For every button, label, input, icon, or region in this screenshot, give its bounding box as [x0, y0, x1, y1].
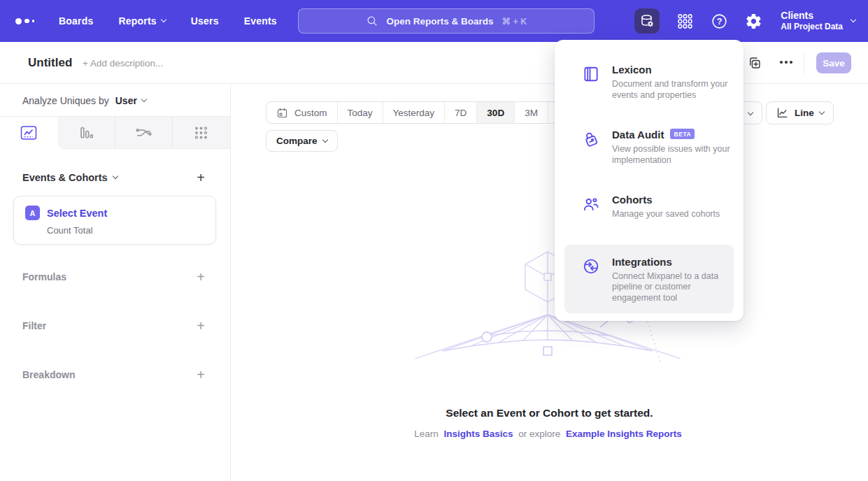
svg-text:?: ?	[717, 16, 723, 26]
menu-item-title: Integrations	[612, 256, 732, 268]
breakdown-label: Breakdown	[22, 369, 75, 380]
events-cohorts-header: Events & Cohorts +	[0, 171, 230, 185]
help-button[interactable]: ?	[711, 13, 728, 30]
apps-grid-button[interactable]	[676, 13, 694, 30]
report-description-placeholder[interactable]: + Add description...	[83, 58, 163, 69]
duplicate-button[interactable]	[747, 55, 762, 73]
events-cohorts-toggle[interactable]: Events & Cohorts	[22, 172, 118, 183]
duplicate-icon	[747, 55, 762, 70]
flow-tab-icon	[135, 124, 152, 141]
add-formula-button[interactable]: +	[197, 270, 205, 284]
menu-item-desc: Document and transform your events and p…	[612, 79, 732, 101]
range-custom[interactable]: Custom	[266, 102, 337, 123]
chevron-down-icon	[851, 17, 856, 22]
project-selector[interactable]: Clients All Project Data	[781, 10, 855, 32]
chevron-down-icon	[322, 136, 327, 142]
chevron-down-icon	[141, 96, 147, 101]
calendar-icon	[276, 107, 288, 119]
menu-item-data-audit[interactable]: Data Audit BETA View possible issues wit…	[555, 129, 744, 166]
chevron-down-icon	[819, 108, 825, 114]
mixpanel-logo-icon[interactable]	[15, 18, 43, 24]
event-card[interactable]: A Select Event Count Total	[13, 196, 216, 245]
save-button[interactable]: Save	[816, 52, 851, 73]
menu-item-desc: View possible issues with your implement…	[612, 144, 732, 166]
filter-section: Filter +	[0, 319, 230, 333]
lexicon-book-icon	[582, 65, 600, 83]
metrics-tab-icon	[193, 124, 210, 141]
sidebar-sections: Formulas + Filter + Breakdown +	[0, 270, 230, 382]
breakdown-section: Breakdown +	[0, 368, 230, 382]
tab-flow[interactable]	[115, 117, 173, 149]
range-today[interactable]: Today	[337, 102, 383, 123]
integrations-icon	[582, 257, 600, 275]
tab-bar-chart[interactable]	[57, 117, 115, 149]
menu-item-title: Cohorts	[612, 194, 732, 206]
visualization-tabs	[0, 116, 230, 149]
chevron-down-icon	[748, 110, 753, 115]
project-scope: All Project Data	[781, 22, 843, 32]
compare-button[interactable]: Compare	[266, 130, 338, 152]
search-placeholder: Open Reports & Boards	[387, 16, 494, 27]
analyze-label: Analyze Uniques by	[22, 95, 109, 106]
analyze-entity-selector[interactable]: User	[115, 95, 146, 106]
select-event-label[interactable]: Select Event	[47, 208, 107, 219]
query-builder-sidebar: Analyze Uniques by User	[0, 85, 231, 481]
grid-icon	[676, 13, 694, 30]
empty-state-title: Select an Event or Cohort to get started…	[231, 407, 868, 419]
menu-item-desc: Connect Mixpanel to a data pipeline or c…	[612, 271, 732, 304]
primary-nav: Boards Reports Users Events	[59, 15, 277, 27]
menu-item-integrations[interactable]: Integrations Connect Mixpanel to a data …	[564, 245, 734, 314]
more-options-button[interactable]	[780, 61, 792, 64]
event-metric-label[interactable]: Count Total	[47, 225, 204, 236]
event-series-badge: A	[25, 206, 40, 220]
range-yesterday[interactable]: Yesterday	[383, 102, 445, 123]
menu-item-desc: Manage your saved cohorts	[612, 209, 732, 220]
top-navigation: Boards Reports Users Events Open Reports…	[0, 0, 868, 42]
tab-insights-line[interactable]	[0, 117, 57, 149]
line-chart-icon	[776, 106, 789, 120]
tab-metrics[interactable]	[172, 117, 230, 149]
chart-type-button[interactable]: Line	[766, 101, 834, 124]
search-shortcut: ⌘ + K	[502, 16, 527, 27]
insights-basics-link[interactable]: Insights Basics	[443, 429, 513, 439]
search-icon	[366, 15, 378, 27]
menu-item-title: Data Audit	[612, 129, 664, 141]
data-audit-icon	[582, 130, 600, 148]
menu-item-cohorts[interactable]: Cohorts Manage your saved cohorts	[555, 194, 744, 220]
chevron-down-icon	[112, 173, 118, 179]
empty-state-subtitle: Learn Insights Basics or explore Example…	[231, 429, 868, 439]
project-name: Clients	[781, 10, 843, 22]
add-event-button[interactable]: +	[197, 171, 205, 185]
bar-chart-tab-icon	[78, 124, 94, 141]
database-gear-icon	[639, 13, 655, 29]
global-search-input[interactable]: Open Reports & Boards ⌘ + K	[298, 8, 595, 34]
beta-badge: BETA	[670, 129, 695, 139]
nav-item-boards[interactable]: Boards	[59, 15, 93, 27]
nav-item-events[interactable]: Events	[244, 15, 277, 27]
formulas-label: Formulas	[22, 271, 66, 282]
chevron-down-icon	[160, 17, 166, 22]
menu-item-lexicon[interactable]: Lexicon Document and transform your even…	[555, 64, 744, 101]
example-reports-link[interactable]: Example Insights Reports	[566, 429, 682, 439]
cohorts-people-icon	[582, 195, 600, 213]
range-30d[interactable]: 30D	[476, 102, 514, 123]
report-title[interactable]: Untitled	[28, 56, 72, 70]
range-7d[interactable]: 7D	[444, 102, 476, 123]
gear-icon	[745, 13, 762, 30]
analyze-row: Analyze Uniques by User	[0, 85, 230, 116]
range-3m[interactable]: 3M	[514, 102, 548, 123]
data-management-button[interactable]	[634, 8, 660, 34]
filter-label: Filter	[22, 320, 46, 331]
date-range-control: Custom Today Yesterday 7D 30D 3M 6M	[266, 101, 582, 124]
data-management-dropdown: Lexicon Document and transform your even…	[555, 40, 744, 321]
help-icon: ?	[711, 13, 728, 30]
nav-utilities: ? Clients All Project Data	[634, 0, 855, 42]
add-breakdown-button[interactable]: +	[197, 368, 205, 382]
settings-button[interactable]	[745, 13, 762, 30]
menu-item-title: Lexicon	[612, 64, 732, 76]
nav-item-users[interactable]: Users	[191, 15, 219, 27]
line-chart-tab-icon	[20, 124, 38, 141]
add-filter-button[interactable]: +	[197, 319, 205, 333]
formulas-section: Formulas +	[0, 270, 230, 284]
nav-item-reports[interactable]: Reports	[118, 15, 165, 27]
